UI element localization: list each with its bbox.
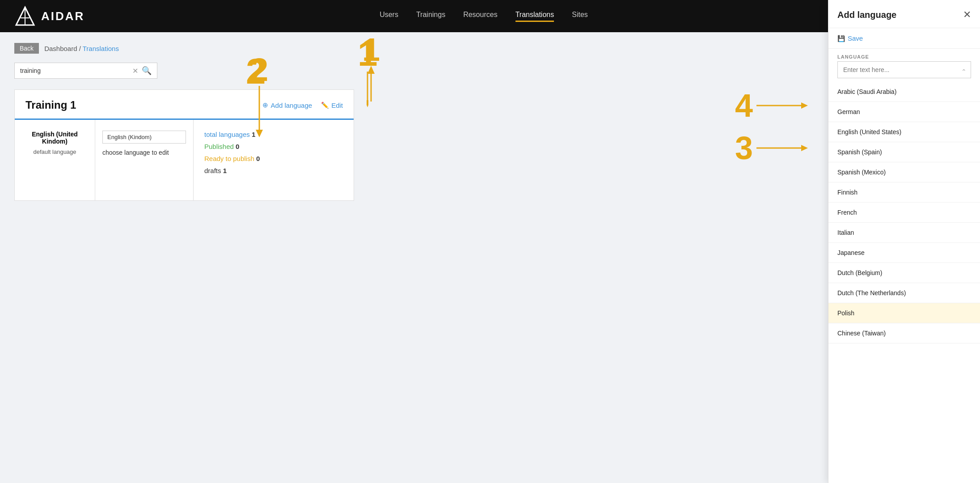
lang-select-box[interactable]: English (Kindom) <box>102 131 186 144</box>
annotation-2: 2 <box>246 54 266 89</box>
add-language-button[interactable]: ⊕ Add language <box>262 101 313 109</box>
search-clear-icon[interactable]: ✕ <box>132 67 138 75</box>
stat-total: total languages 1 <box>204 131 343 138</box>
stat-published: Published 0 <box>204 143 343 150</box>
breadcrumb-link[interactable]: Translations <box>83 45 119 52</box>
lang-item-arabic[interactable]: Arabic (Saudi Arabia) <box>828 82 980 102</box>
default-badge: default language <box>33 148 76 155</box>
stat-ready: Ready to publish 0 <box>204 155 343 162</box>
logo-icon <box>14 5 36 27</box>
default-lang-col: English (United Kindom) default language <box>15 120 95 200</box>
side-panel: Add language ✕ 💾 Save LANGUAGE ⌃ Arabic … <box>828 0 980 483</box>
save-icon: 💾 <box>837 35 845 42</box>
card-actions: ⊕ Add language ✏️ Edit <box>262 101 343 109</box>
lang-item-chinese-taiwan[interactable]: Chinese (Taiwan) <box>828 323 980 343</box>
lang-item-italian[interactable]: Italian <box>828 223 980 243</box>
training-card: Training 1 ⊕ Add language ✏️ Edit Englis… <box>14 89 354 201</box>
annotation-1: 1 <box>358 36 378 72</box>
lang-item-polish[interactable]: Polish <box>828 303 980 323</box>
svg-marker-4 <box>367 100 368 107</box>
published-value: 0 <box>236 143 239 150</box>
search-bar: ✕ 🔍 <box>14 63 157 79</box>
panel-header: Add language ✕ <box>828 0 980 28</box>
add-icon: ⊕ <box>262 101 268 109</box>
breadcrumb-path: Dashboard / Translations <box>44 45 119 52</box>
logo-text: AIDAR <box>41 9 84 23</box>
card-body: English (United Kindom) default language… <box>15 120 354 200</box>
training-card-header: Training 1 ⊕ Add language ✏️ Edit <box>15 90 354 120</box>
training-title: Training 1 <box>25 99 76 111</box>
lang-item-german[interactable]: German <box>828 102 980 122</box>
default-lang-label: English (United Kindom) <box>22 131 88 145</box>
breadcrumb-prefix: Dashboard / <box>44 45 81 52</box>
edit-button[interactable]: ✏️ Edit <box>321 102 343 109</box>
nav-links: Users Trainings Resources Translations S… <box>111 11 856 22</box>
edit-label: Edit <box>331 102 343 109</box>
search-chevron-icon: ⌃ <box>961 68 967 75</box>
search-input[interactable] <box>20 67 132 74</box>
drafts-value: 1 <box>223 167 227 174</box>
logo[interactable]: AIDAR <box>14 5 84 27</box>
lang-selector-col: English (Kindom) choose language to edit <box>95 120 194 200</box>
lang-item-dutch-belgium[interactable]: Dutch (Belgium) <box>828 263 980 283</box>
lang-item-spanish-mexico[interactable]: Spanish (Mexico) <box>828 162 980 182</box>
stat-drafts: drafts 1 <box>204 167 343 174</box>
language-list: Arabic (Saudi Arabia) German English (Un… <box>828 82 980 483</box>
nav-trainings[interactable]: Trainings <box>416 11 445 22</box>
pencil-icon: ✏️ <box>321 102 329 109</box>
lang-item-english-us[interactable]: English (United States) <box>828 122 980 142</box>
nav-sites[interactable]: Sites <box>572 11 588 22</box>
ready-value: 0 <box>256 155 260 162</box>
stats-col: total languages 1 Published 0 Ready to p… <box>194 120 354 200</box>
nav-resources[interactable]: Resources <box>463 11 497 22</box>
drafts-label: drafts <box>204 167 221 174</box>
lang-item-dutch-netherlands[interactable]: Dutch (The Netherlands) <box>828 283 980 303</box>
published-label: Published <box>204 143 234 150</box>
back-button[interactable]: Back <box>14 43 39 54</box>
total-lang-value: 1 <box>252 131 255 138</box>
panel-title: Add language <box>837 10 896 20</box>
lang-item-french[interactable]: French <box>828 203 980 223</box>
panel-language-section-label: LANGUAGE <box>828 49 980 61</box>
panel-search-row: ⌃ <box>828 61 980 82</box>
add-language-label: Add language <box>271 102 313 109</box>
panel-save-row: 💾 Save <box>828 28 980 49</box>
language-search-input[interactable] <box>837 61 971 78</box>
choose-lang-text: choose language to edit <box>102 149 186 156</box>
save-label: Save <box>848 34 863 42</box>
save-button[interactable]: 💾 Save <box>837 34 971 42</box>
search-icon[interactable]: 🔍 <box>142 66 152 76</box>
nav-translations[interactable]: Translations <box>515 11 554 22</box>
lang-item-japanese[interactable]: Japanese <box>828 243 980 263</box>
breadcrumb: Back Dashboard / Translations <box>14 43 966 54</box>
close-panel-button[interactable]: ✕ <box>963 9 971 21</box>
total-lang-label: total languages <box>204 131 250 138</box>
lang-item-spanish-spain[interactable]: Spanish (Spain) <box>828 142 980 162</box>
nav-users[interactable]: Users <box>380 11 398 22</box>
ready-label: Ready to publish <box>204 155 254 162</box>
lang-item-finnish[interactable]: Finnish <box>828 182 980 203</box>
